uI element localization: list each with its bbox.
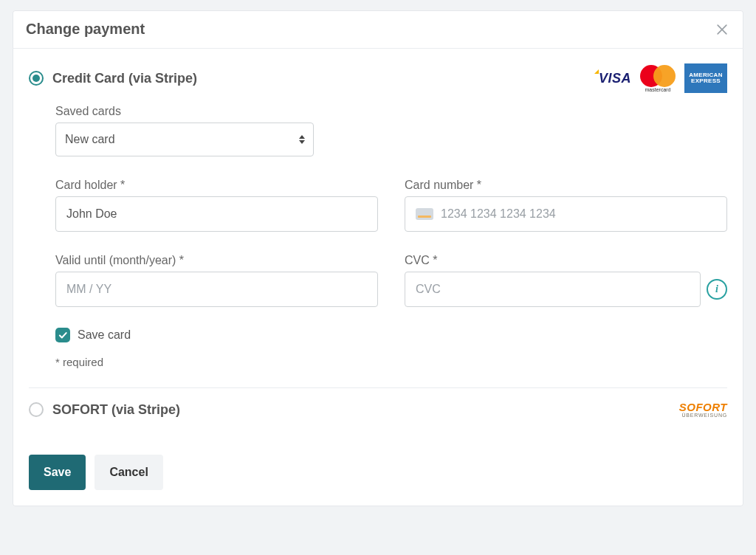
- modal-title: Change payment: [26, 21, 145, 38]
- save-button[interactable]: Save: [29, 455, 86, 490]
- credit-card-label: Credit Card (via Stripe): [52, 71, 197, 86]
- save-card-checkbox[interactable]: [55, 328, 70, 342]
- saved-cards-select[interactable]: New card: [55, 123, 314, 156]
- valid-until-label: Valid until (month/year) *: [55, 254, 378, 267]
- cvc-field: CVC * i: [405, 254, 727, 307]
- cvc-input[interactable]: [405, 272, 701, 307]
- required-note: * required: [55, 356, 727, 368]
- valid-until-field: Valid until (month/year) *: [55, 254, 378, 307]
- save-card-row: Save card: [55, 328, 727, 342]
- card-number-placeholder: 1234 1234 1234 1234: [441, 207, 556, 221]
- card-holder-label: Card holder *: [55, 179, 378, 192]
- card-number-field: Card number * 1234 1234 1234 1234: [405, 179, 727, 232]
- credit-card-form: Saved cards New card Card holder *: [29, 93, 727, 368]
- cancel-button[interactable]: Cancel: [94, 455, 162, 490]
- saved-cards-label: Saved cards: [55, 105, 727, 118]
- close-icon[interactable]: [714, 21, 730, 38]
- cvc-label: CVC *: [405, 254, 727, 267]
- payment-method-sofort-header: SOFORT (via Stripe) SOFORT ÜBERWEISUNG: [29, 401, 727, 418]
- card-brand-icon: [416, 208, 433, 220]
- saved-cards-value: New card: [65, 133, 115, 146]
- card-holder-input[interactable]: [55, 196, 378, 232]
- radio-sofort[interactable]: [29, 402, 44, 417]
- card-number-label: Card number *: [405, 179, 727, 192]
- amex-logo-icon: AMERICAN EXPRESS: [684, 63, 727, 93]
- card-holder-field: Card holder *: [55, 179, 378, 232]
- modal-footer: Save Cancel: [13, 432, 743, 506]
- sofort-label: SOFORT (via Stripe): [52, 402, 180, 418]
- sofort-logo-icon: SOFORT ÜBERWEISUNG: [679, 401, 727, 418]
- cvc-info-icon[interactable]: i: [707, 279, 727, 300]
- card-brand-logos: VISA mastercard AMERICAN EXPRESS: [599, 63, 727, 93]
- card-number-input[interactable]: 1234 1234 1234 1234: [405, 196, 727, 232]
- payment-method-credit-card-header: Credit Card (via Stripe) VISA mastercard…: [29, 63, 727, 93]
- valid-until-input[interactable]: [55, 272, 378, 307]
- modal-body: Credit Card (via Stripe) VISA mastercard…: [13, 49, 743, 432]
- mastercard-logo-icon: mastercard: [640, 65, 676, 92]
- visa-logo-icon: VISA: [599, 71, 631, 86]
- change-payment-modal: Change payment Credit Card (via Stripe) …: [13, 10, 743, 506]
- modal-header: Change payment: [13, 10, 743, 49]
- select-caret-icon: [299, 135, 305, 144]
- payment-methods-divider: [29, 387, 727, 388]
- save-card-label: Save card: [78, 328, 131, 342]
- saved-cards-field: Saved cards New card: [55, 105, 727, 156]
- radio-credit-card[interactable]: [29, 71, 44, 86]
